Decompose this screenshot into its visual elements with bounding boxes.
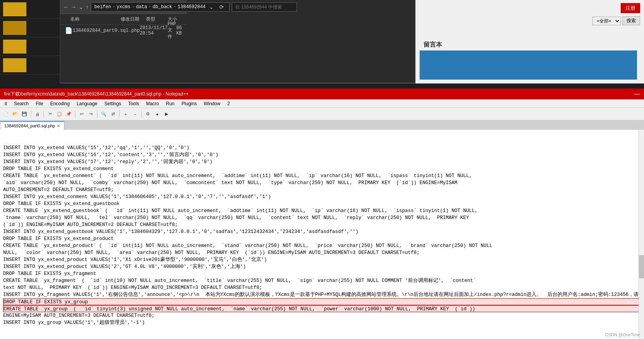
addr-seg-2: yxcms [116,4,130,10]
tb-run-macro[interactable]: ▶ [162,110,171,118]
file-name: 1384692844_part0.sql.php [73,28,140,33]
tb-copy[interactable]: 📋 [55,110,64,118]
menu-run[interactable]: Run [163,100,178,107]
addr-seg-4: db_back [153,4,172,10]
file-date: 2013/11/17 20:54 [140,25,168,36]
code-line: CREATE TABLE `yx_extend_product` ( `id` … [3,242,641,249]
npp-toolbar: 📄 📂 💾 🖨 ✂ 📋 📌 ↩ ↪ 🔍 ⇄ + − ⚙ ● ▶ [0,108,644,120]
code-line: text NOT NULL, PRIMARY KEY (`id`)) ENGIN… [3,284,641,291]
tab-label: 1384692844_part0.sql.php [4,123,55,128]
refresh-button[interactable]: ⟳ [217,3,226,11]
tb-save[interactable]: 💾 [20,110,29,118]
address-dropdown[interactable]: ⌄ [207,3,216,11]
tb-find[interactable]: 🔍 [99,110,108,118]
menu-search[interactable]: Search [11,100,32,107]
tb-sep-6 [141,110,142,118]
code-line: AUTO_INCREMENT=2 DEFAULT CHARSET=utf8; [3,186,641,193]
code-line: DROP TABLE IF EXISTS yx_group [3,298,641,305]
explorer-search-input[interactable] [232,2,297,12]
code-content: INSERT INTO yx_extend VALUES('15','12','… [0,130,644,327]
col-type-header: 类型 [146,16,168,23]
right-panel: 注册 =全部= 搜索 留言本 [415,0,644,83]
tb-macro[interactable]: ● [153,110,161,118]
menu-macro[interactable]: Macro [143,100,162,107]
tb-zoom-out[interactable]: − [131,110,139,118]
code-line: INSERT INTO yx_extend_product VALUES('2'… [3,263,641,270]
tb-print[interactable]: 🖨 [33,110,42,118]
sidebar-thumbnails [0,0,60,83]
dropdown-button[interactable]: ⌄ [79,3,83,11]
npp-close-button[interactable]: — [634,90,640,97]
code-line: INSERT INTO yx_extend VALUES('15','12','… [3,144,641,151]
up-button[interactable]: ↑ [86,3,89,11]
addr-seg-1: beifen [94,4,111,10]
code-line: `tname` varchar(250) NOT NULL, `tel` var… [3,214,641,221]
menu-tools[interactable]: Tools [125,100,142,107]
note-label: 留言本 [424,41,442,49]
col-name-header: 名称 [70,16,121,23]
npp-title: fire下载\beifen\yxcms\data\db_back\1384692… [4,91,189,97]
tb-redo[interactable]: ↪ [87,110,95,118]
tb-sep-2 [43,110,44,118]
tab-bar: 1384692844_part0.sql.php ✕ [0,120,644,130]
code-line: NULL, `color` varchar(250) NOT NULL, `ar… [3,249,641,256]
thumb-item-4[interactable] [0,56,60,75]
file-type: PHP 文件 [168,21,176,40]
blue-decoration [420,50,637,80]
tb-sync[interactable]: ⚙ [144,110,152,118]
tab-sql-file[interactable]: 1384692844_part0.sql.php ✕ [0,121,64,130]
code-line: `aid` varchar(250) NOT NULL, `comby` var… [3,179,641,186]
menu-window[interactable]: Window [201,100,224,107]
tb-cut[interactable]: ✂ [46,110,54,118]
npp-titlebar: fire下载\beifen\yxcms\data\db_back\1384692… [0,89,644,99]
register-button[interactable]: 注册 [621,3,640,13]
editor-area[interactable]: INSERT INTO yx_extend VALUES('15','12','… [0,130,644,339]
thumb-item-1[interactable] [0,0,60,19]
code-line: CREATE TABLE `yx_extend_guestbook` ( `id… [3,207,641,214]
tb-paste[interactable]: 📌 [64,110,73,118]
tb-zoom-in[interactable]: + [122,110,130,118]
menu-settings[interactable]: Settings [101,100,124,107]
tb-replace[interactable]: ⇄ [109,110,117,118]
back-button[interactable]: ← [63,3,69,11]
scrollbar-thumb[interactable] [639,255,644,278]
tb-new[interactable]: 📄 [2,110,10,118]
menu-file[interactable]: File [33,100,46,107]
code-line: INSERT INTO yx_extend_guestbook VALUES('… [3,228,641,235]
code-line: INSERT INTO yx_extend_product VALUES('1'… [3,256,641,263]
search-button[interactable]: 搜索 [622,16,640,25]
file-explorer: ← → ⌄ ↑ beifen › yxcms › data › db_back … [0,0,415,83]
addr-seg-3: data [136,4,147,10]
code-line: CREATE TABLE `yx_group` ( `id` tinyint(3… [3,305,641,312]
tb-sep-4 [97,110,97,118]
code-line: INSERT INTO yx_extend VALUES('17','12','… [3,158,641,165]
search-dropdown[interactable]: =全部= [592,17,621,25]
menu-language[interactable]: Language [73,100,100,107]
tb-open[interactable]: 📂 [11,110,19,118]
code-line: INSERT INTO yx_fragment VALUES('1','右侧公告… [3,291,641,298]
code-line: INSERT INTO yx_extend_conment VALUES('1'… [3,193,641,200]
menu-encoding[interactable]: Encoding [47,100,73,107]
menu-plugins[interactable]: Plugins [179,100,200,107]
code-line: CREATE TABLE `yx_extend_conment` ( `id` … [3,172,641,179]
menu-it[interactable]: it [2,100,10,107]
thumb-item-3[interactable] [0,37,60,56]
tb-undo[interactable]: ↩ [77,110,86,118]
csdn-watermark: CSDN @OneTime [605,332,640,337]
tab-close-icon[interactable]: ✕ [57,123,60,129]
address-bar[interactable]: beifen › yxcms › data › db_back › 138469… [91,2,229,12]
explorer-toolbar: ← → ⌄ ↑ beifen › yxcms › data › db_back … [60,0,187,14]
thumbnail-1 [3,2,26,16]
tb-sep-1 [31,110,31,118]
menu-bar: it Search File Encoding Language Setting… [0,99,644,108]
menu-2[interactable]: 2 [224,100,233,107]
forward-button[interactable]: → [71,3,76,11]
addr-seg-5: 1384692844 [178,4,206,10]
file-row[interactable]: 📄 1384692844_part0.sql.php 2013/11/17 20… [60,25,187,37]
thumb-item-2[interactable] [0,19,60,37]
code-line: INSERT INTO yx_group VALUES('1','超级管理员',… [3,319,641,326]
code-line: DROP TABLE IF EXISTS yx_fragment [3,270,641,277]
code-line: DROP TABLE IF EXISTS yx_extend_product [3,235,641,242]
vertical-scrollbar[interactable] [639,130,644,339]
tb-sep-3 [75,110,75,118]
